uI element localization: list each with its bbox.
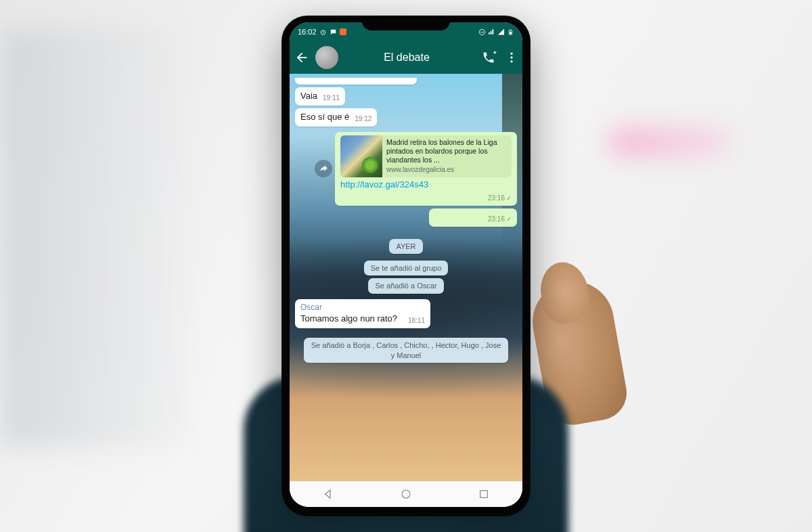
square-recent-icon	[478, 488, 490, 500]
svg-point-6	[510, 56, 512, 58]
svg-rect-4	[510, 29, 512, 30]
battery-icon	[507, 28, 514, 36]
circle-home-icon	[400, 488, 412, 500]
back-button[interactable]	[294, 49, 310, 66]
alarm-icon	[319, 28, 327, 36]
date-divider-row: AYER	[295, 239, 517, 254]
signal-icon	[488, 28, 495, 36]
system-message-row: Se te añadió al grupo	[295, 261, 517, 275]
sent-tick-icon: ✓	[506, 194, 512, 202]
message-row: Vaia 19:11	[295, 87, 517, 106]
message-row: Eso sí que é 19:12	[295, 108, 517, 127]
message-row: Madrid retira los balones de la Liga pin…	[295, 132, 517, 206]
outgoing-link-message[interactable]: Madrid retira los balones de la Liga pin…	[335, 132, 517, 206]
android-nav-bar	[290, 481, 522, 507]
do-not-disturb-icon	[478, 28, 486, 36]
outgoing-message[interactable]: 23:16✓	[429, 208, 517, 227]
phone-frame: 16:02	[281, 16, 531, 516]
signal-icon-2	[497, 28, 505, 36]
nav-recent-button[interactable]	[474, 485, 493, 504]
svg-rect-3	[510, 31, 512, 34]
message-text: Tomamos algo nun rato?	[300, 313, 397, 324]
nav-home-button[interactable]	[397, 485, 415, 504]
more-vertical-icon	[505, 51, 518, 64]
phone-notch	[362, 16, 450, 30]
sent-tick-icon: ✓	[506, 215, 512, 223]
triangle-back-icon	[322, 488, 334, 500]
forward-icon[interactable]	[315, 160, 332, 177]
incoming-message[interactable]: Oscar Tomamos algo nun rato? 18:11	[295, 299, 430, 329]
system-message-row: Se añadió a Oscar	[295, 278, 517, 293]
message-time: 19:11	[323, 93, 340, 102]
message-row: 23:16✓	[295, 208, 517, 227]
svg-rect-9	[480, 491, 487, 498]
chat-title[interactable]: El debate	[344, 51, 476, 64]
incoming-message[interactable]: Eso sí que é 19:12	[295, 108, 377, 127]
link-thumbnail	[340, 135, 382, 177]
phone-screen: 16:02	[290, 22, 522, 507]
more-options-button[interactable]	[505, 51, 518, 64]
message-time: 19:12	[355, 114, 371, 123]
system-message-row: Se añadió a Borja , Carlos , Chicho, , H…	[295, 338, 517, 363]
message-sender: Oscar	[300, 303, 425, 313]
chat-body[interactable]: Vaia 19:11 Eso sí que é 19:12	[290, 74, 522, 481]
message-text: Eso sí que é	[300, 112, 349, 122]
notification-badge-icon	[340, 28, 346, 35]
link-preview[interactable]: Madrid retira los balones de la Liga pin…	[340, 135, 512, 177]
svg-point-8	[402, 490, 410, 498]
svg-point-5	[510, 53, 512, 55]
system-message: Se te añadió al grupo	[364, 261, 449, 275]
date-divider: AYER	[389, 239, 422, 254]
chat-header: El debate +	[290, 41, 522, 74]
link-domain: www.lavozdegalicia.es	[386, 166, 508, 175]
message-row: Oscar Tomamos algo nun rato? 18:11	[295, 299, 517, 329]
back-arrow-icon	[294, 50, 309, 65]
call-button[interactable]: +	[482, 51, 495, 64]
message-time: 23:16✓	[488, 194, 512, 202]
svg-point-7	[510, 60, 512, 62]
link-title: Madrid retira los balones de la Liga pin…	[386, 138, 508, 164]
message-time: 23:16✓	[488, 215, 512, 223]
nav-back-button[interactable]	[319, 485, 338, 504]
incoming-message[interactable]	[295, 78, 417, 85]
message-row	[295, 78, 517, 85]
link-url[interactable]: http://lavoz.gal/324s43	[340, 179, 512, 191]
message-text: Vaia	[300, 91, 317, 101]
message-time: 18:11	[408, 316, 425, 325]
system-message: Se añadió a Oscar	[368, 278, 443, 293]
incoming-message[interactable]: Vaia 19:11	[295, 87, 345, 106]
call-plus-icon: +	[493, 49, 497, 56]
system-message: Se añadió a Borja , Carlos , Chicho, , H…	[304, 338, 508, 363]
status-time: 16:02	[298, 28, 317, 36]
chat-avatar[interactable]	[315, 46, 338, 69]
chat-bubble-icon	[330, 28, 337, 36]
